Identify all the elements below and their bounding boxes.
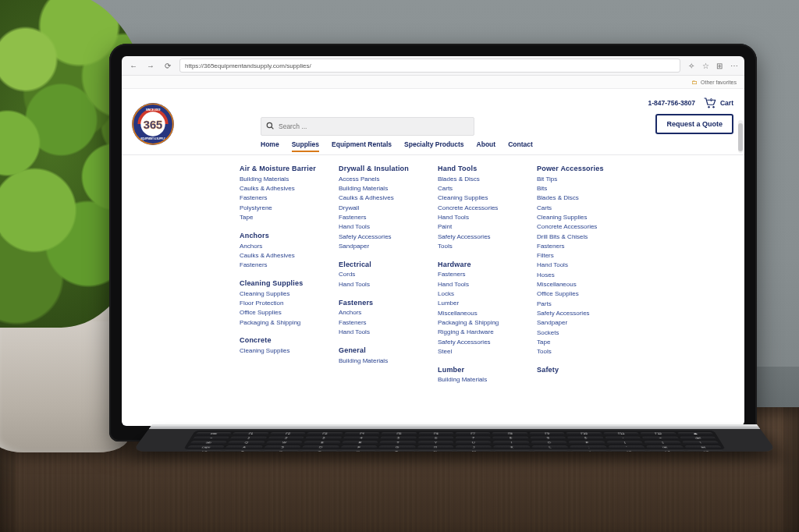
category-title[interactable]: Cleaning Supplies (240, 279, 329, 288)
favorites-bar: 🗀 Other favorites (122, 76, 744, 89)
category-link[interactable]: Bits (537, 185, 627, 193)
category-link[interactable]: Bit Tips (537, 176, 627, 184)
category-title[interactable]: Air & Moisture Barrier (240, 165, 329, 173)
category-link[interactable]: Carts (438, 185, 527, 193)
category-link[interactable]: Fasteners (438, 271, 527, 279)
category-link[interactable]: Hand Tools (438, 281, 527, 289)
category-title[interactable]: Lumber (438, 366, 527, 374)
category-link[interactable]: Tape (240, 214, 329, 222)
category-link[interactable]: Fasteners (240, 194, 329, 203)
category-title[interactable]: Drywall & Insulation (339, 165, 428, 173)
category-link[interactable]: Blades & Discs (438, 176, 527, 184)
read-aloud-icon[interactable]: ✧ (687, 61, 696, 70)
category-link[interactable]: Lumber (438, 300, 527, 308)
nav-item-home[interactable]: Home (261, 140, 279, 151)
category-link[interactable]: Building Materials (339, 185, 428, 193)
category-link[interactable]: Safety Accessories (438, 233, 527, 242)
category-link[interactable]: Blades & Discs (537, 194, 627, 203)
category-title[interactable]: Safety (537, 366, 627, 374)
category-title[interactable]: Electrical (339, 261, 428, 269)
nav-item-equipment-rentals[interactable]: Equipment Rentals (332, 140, 392, 151)
category-link[interactable]: Cleaning Supplies (438, 194, 527, 203)
category-link[interactable]: Drywall (339, 204, 428, 213)
category-link[interactable]: Access Panels (339, 176, 428, 184)
category-link[interactable]: Office Supplies (537, 290, 627, 299)
category-link[interactable]: Building Materials (240, 176, 329, 184)
category-link[interactable]: Fasteners (339, 214, 428, 222)
category-link[interactable]: Tape (537, 339, 627, 347)
nav-item-about[interactable]: About (477, 140, 496, 151)
key: G (379, 446, 415, 449)
category-link[interactable]: Caulks & Adhesives (339, 194, 428, 203)
cart-link[interactable]: 0 Cart (703, 97, 733, 109)
category-link[interactable]: Safety Accessories (438, 339, 527, 347)
category-link[interactable]: Carts (537, 204, 627, 213)
other-favorites-link[interactable]: Other favorites (701, 80, 737, 85)
category-link[interactable]: Hand Tools (339, 328, 428, 337)
category-link[interactable]: Hoses (537, 271, 627, 280)
request-quote-button[interactable]: Request a Quote (655, 114, 733, 134)
category-link[interactable]: Safety Accessories (537, 310, 627, 318)
category-link[interactable]: Hand Tools (537, 261, 627, 270)
phone-link[interactable]: 1-847-756-3807 (648, 99, 695, 107)
category-link[interactable]: Miscellaneous (537, 281, 627, 289)
category-link[interactable]: Parts (537, 300, 627, 309)
category-link[interactable]: Rigging & Hardware (438, 328, 527, 337)
refresh-button[interactable]: ⟳ (162, 60, 173, 71)
category-link[interactable]: Sockets (537, 329, 627, 338)
category-link[interactable]: Building Materials (438, 376, 527, 385)
category-title[interactable]: Power Accessories (537, 165, 627, 173)
category-link[interactable]: Cleaning Supplies (240, 290, 329, 299)
category-link[interactable]: Fasteners (537, 243, 627, 251)
category-title[interactable]: Hand Tools (438, 165, 527, 173)
category-link[interactable]: Caulks & Adhesives (240, 185, 329, 193)
category-link[interactable]: Safety Accessories (339, 233, 428, 242)
category-link[interactable]: Concrete Accessories (537, 223, 627, 232)
nav-item-contact[interactable]: Contact (508, 140, 533, 151)
category-link[interactable]: Sandpaper (537, 319, 627, 328)
category-link[interactable]: Building Materials (339, 357, 428, 366)
forward-button[interactable]: → (145, 60, 156, 71)
category-title[interactable]: Hardware (438, 261, 527, 269)
collections-icon[interactable]: ⊞ (715, 61, 724, 70)
category-link[interactable]: Office Supplies (240, 309, 329, 317)
favorite-star-icon[interactable]: ☆ (701, 61, 710, 70)
category-link[interactable]: Tools (438, 243, 527, 251)
back-button[interactable]: ← (128, 60, 139, 71)
category-link[interactable]: Sandpaper (339, 243, 428, 251)
category-title[interactable]: Concrete (240, 336, 329, 345)
site-logo[interactable]: SINCE 2019 365 EQUIPMENT & SUPPLY (131, 102, 175, 146)
category-link[interactable]: Anchors (339, 309, 428, 317)
category-title[interactable]: Fasteners (339, 299, 428, 307)
category-link[interactable]: Fasteners (240, 261, 329, 270)
category-link[interactable]: Concrete Accessories (438, 204, 527, 213)
category-link[interactable]: Cleaning Supplies (537, 214, 627, 222)
category-link[interactable]: Floor Protection (240, 300, 329, 308)
category-link[interactable]: Cords (339, 271, 428, 279)
category-link[interactable]: Locks (438, 290, 527, 299)
page-scrollbar[interactable] (738, 120, 743, 153)
category-link[interactable]: Miscellaneous (438, 310, 527, 318)
category-link[interactable]: Paint (438, 223, 527, 232)
search-input[interactable]: Search ... (261, 117, 474, 136)
category-link[interactable]: Caulks & Adhesives (240, 252, 329, 261)
category-link[interactable]: Filters (537, 252, 627, 261)
category-link[interactable]: Anchors (240, 243, 329, 251)
address-bar[interactable]: https://365equipmentandsupply.com/suppli… (179, 59, 680, 73)
category-link[interactable]: Hand Tools (339, 223, 428, 232)
category-title[interactable]: Anchors (240, 232, 329, 240)
category-link[interactable]: Tools (537, 348, 627, 356)
category-link[interactable]: Steel (438, 348, 527, 356)
nav-item-supplies[interactable]: Supplies (292, 140, 319, 151)
category-link[interactable]: Cleaning Supplies (240, 347, 329, 356)
category-link[interactable]: Hand Tools (339, 281, 428, 289)
category-link[interactable]: Drill Bits & Chisels (537, 233, 627, 242)
category-title[interactable]: General (339, 346, 428, 355)
category-link[interactable]: Polystyrene (240, 204, 329, 213)
category-link[interactable]: Hand Tools (438, 214, 527, 222)
category-link[interactable]: Fasteners (339, 319, 428, 328)
nav-item-specialty-products[interactable]: Specialty Products (404, 140, 464, 151)
category-link[interactable]: Packaging & Shipping (438, 319, 527, 328)
category-link[interactable]: Packaging & Shipping (240, 319, 329, 328)
menu-ellipsis-icon[interactable]: ⋯ (729, 61, 738, 70)
